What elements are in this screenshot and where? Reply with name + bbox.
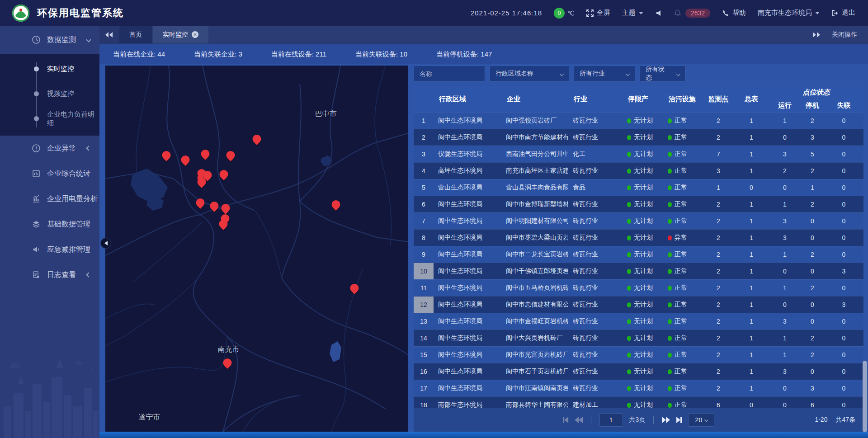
cell-company: 阆中市五马桥页岩机砖: [501, 280, 568, 296]
cell-company: 阆中市忠信建材有限公: [501, 297, 568, 313]
last-page-button[interactable]: [676, 417, 682, 423]
table-row[interactable]: 4高坪生态环境局南充市高坪区王家店建砖瓦行业无计划正常31220: [414, 162, 863, 179]
table-row[interactable]: 5营山生态环境局营山县润丰肉食品有限食品无计划正常10010: [414, 179, 863, 196]
table-row[interactable]: 2阆中生态环境局阆中市南方节能建材有砖瓦行业无计划正常21030: [414, 129, 863, 146]
cell-production-limit: 无计划: [623, 196, 663, 212]
cell-monitor-points: 2: [703, 196, 734, 212]
sidebar-item-日志查看[interactable]: 日志查看: [0, 262, 99, 287]
cell-pollution-facility: 正常: [663, 330, 703, 346]
tab-home[interactable]: 首页: [119, 26, 152, 43]
cell-production-limit: 无计划: [623, 297, 663, 313]
tabs-scroll-right-button[interactable]: [812, 32, 820, 38]
table-row[interactable]: 3仪陇生态环境局西南油气田分公司川中化工无计划正常71350: [414, 146, 863, 162]
cell-industry: 建材加工: [568, 397, 623, 408]
table-row[interactable]: 17阆中生态环境局阆中市江南镇阆南页岩砖瓦行业无计划正常21030: [414, 380, 863, 396]
pagination-summary: 1-20 共47条: [815, 416, 863, 424]
tab-realtime-monitor[interactable]: 实时监控 ✕: [153, 26, 208, 43]
cell-region: 阆中生态环境局: [434, 213, 501, 229]
name-filter-input[interactable]: [420, 70, 479, 77]
theme-dropdown[interactable]: 主题: [622, 9, 643, 17]
cell-pollution-facility: 正常: [663, 380, 703, 396]
cell-total-meter: 1: [734, 146, 769, 162]
sidebar-item-企业异常[interactable]: 企业异常: [0, 136, 99, 161]
status-text: 无计划: [634, 367, 653, 376]
name-filter-field[interactable]: [414, 66, 485, 82]
status-dot-icon: [668, 252, 672, 257]
filter-bar: 行政区域名称 所有行业 所有状态: [414, 66, 863, 82]
table-row[interactable]: 10阆中生态环境局阆中千佛镇五郎垭页岩砖瓦行业无计划正常21003: [414, 263, 863, 279]
sidebar-item-企业用电量分析[interactable]: 企业用电量分析: [0, 186, 99, 212]
col-stopped: 停机: [801, 99, 824, 112]
bell-icon: [674, 9, 681, 17]
status-text: 无计划: [634, 133, 653, 141]
page-number-input[interactable]: [599, 413, 623, 427]
table-row[interactable]: 18南部生态环境局南部县碧华土陶有限公建材加工无计划正常60060: [414, 396, 863, 408]
status-text: 正常: [675, 167, 687, 175]
close-operations-button[interactable]: 关闭操作: [832, 31, 857, 39]
stat-item: 当前在线企业: 44: [113, 50, 165, 59]
table-row[interactable]: 6阆中生态环境局阆中市金博瑞新型墙材砖瓦行业无计划正常21120: [414, 196, 863, 212]
vertical-scrollbar-thumb[interactable]: [863, 361, 867, 432]
stat-value: 10: [400, 50, 407, 58]
cell-stopped: 0: [801, 313, 824, 330]
cell-total-meter: 0: [734, 397, 769, 408]
tab-close-icon[interactable]: ✕: [192, 31, 198, 38]
help-button[interactable]: 帮助: [722, 9, 746, 17]
status-text: 正常: [675, 351, 687, 359]
cell-pollution-facility: 正常: [663, 397, 703, 408]
table-row[interactable]: 12阆中生态环境局阆中市忠信建材有限公砖瓦行业无计划正常21003: [414, 296, 863, 313]
cell-running: 1: [769, 330, 801, 346]
table-row[interactable]: 16阆中生态环境局阆中市石子页岩机砖厂砖瓦行业无计划正常21300: [414, 363, 863, 380]
status-text: 无计划: [634, 301, 653, 309]
sidebar-item-数据监测[interactable]: 数据监测: [0, 26, 99, 54]
sidebar-item-应急减排管理[interactable]: 应急减排管理: [0, 237, 99, 262]
table-row[interactable]: 13阆中生态环境局阆中市金福旺页岩机砖砖瓦行业无计划正常21300: [414, 313, 863, 330]
status-text: 正常: [675, 117, 687, 125]
table-row[interactable]: 1阆中生态环境局阆中强锐页岩砖厂砖瓦行业无计划正常21120: [414, 112, 863, 129]
org-dropdown[interactable]: 南充市生态环境局: [758, 9, 820, 17]
region-filter-select[interactable]: 行政区域名称: [490, 66, 569, 82]
cell-monitor-points: 2: [703, 129, 734, 146]
logout-button[interactable]: 退出: [831, 9, 855, 17]
industry-filter-select[interactable]: 所有行业: [574, 66, 635, 82]
col-monitor-points: 监测点: [703, 86, 734, 112]
row-index: 17: [414, 380, 434, 396]
table-row[interactable]: 7阆中生态环境局阆中明阳建材有限公司砖瓦行业无计划正常21300: [414, 212, 863, 229]
table-row[interactable]: 15阆中生态环境局阆中市光富页岩机砖厂砖瓦行业无计划正常21120: [414, 346, 863, 363]
cell-pollution-facility: 异常: [663, 230, 703, 246]
table-row[interactable]: 8阆中生态环境局阆中市枣碧大梁山页岩砖瓦行业无计划异常21300: [414, 229, 863, 246]
prev-page-button[interactable]: [575, 417, 583, 423]
sidebar-item-企业综合统计[interactable]: 企业综合统计: [0, 161, 99, 186]
next-page-button[interactable]: [662, 417, 670, 423]
row-index: 7: [414, 213, 434, 229]
sidebar-subitem-企业电力负荷明细[interactable]: 企业电力负荷明细: [0, 106, 99, 131]
total-label: 共47条: [835, 416, 855, 424]
status-dot-icon: [668, 118, 672, 123]
sidebar-collapse-button[interactable]: [100, 238, 111, 249]
fullscreen-button[interactable]: 全屏: [586, 9, 610, 17]
sidebar-subitem-实时监控[interactable]: 实时监控: [0, 57, 99, 81]
status-filter-select[interactable]: 所有状态: [640, 66, 686, 82]
cell-pollution-facility: 正常: [663, 113, 703, 129]
notifications-button[interactable]: 2632: [674, 9, 710, 18]
sidebar-subitem-视频监控[interactable]: 视频监控: [0, 81, 99, 106]
table-row[interactable]: 11阆中生态环境局阆中市五马桥页岩机砖砖瓦行业无计划正常21120: [414, 279, 863, 296]
cell-company: 阆中市石子页岩机砖厂: [501, 363, 568, 380]
map-panel[interactable]: 巴中市南充市遂宁市: [105, 66, 408, 432]
table-row[interactable]: 14阆中生态环境局阆中大兴页岩机砖厂砖瓦行业无计划正常21120: [414, 330, 863, 346]
sidebar-item-基础数据管理[interactable]: 基础数据管理: [0, 212, 99, 237]
status-dot-icon: [668, 336, 672, 341]
tabs-scroll-left-button[interactable]: [99, 26, 119, 43]
table-row[interactable]: 9阆中生态环境局阆中市二龙长宝页岩砖砖瓦行业无计划正常21120: [414, 246, 863, 263]
page-size-select[interactable]: 20: [688, 413, 714, 427]
status-dot-icon: [668, 319, 672, 324]
status-text: 无计划: [634, 200, 653, 208]
stat-item: 当前失联设备: 10: [355, 50, 407, 59]
status-text: 无计划: [634, 284, 653, 292]
mute-button[interactable]: [655, 9, 662, 17]
cell-running: 1: [769, 196, 801, 212]
first-page-button[interactable]: [563, 417, 568, 423]
cell-region: 营山生态环境局: [434, 179, 501, 196]
cell-running: 3: [769, 213, 801, 229]
bottom-strip: [99, 432, 868, 438]
